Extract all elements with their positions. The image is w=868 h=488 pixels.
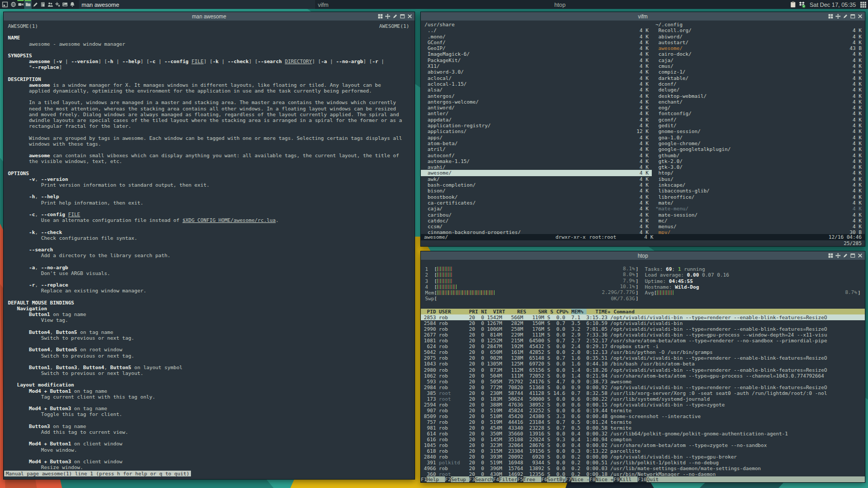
file-row[interactable]: ca-certificates/4 K xyxy=(421,200,652,206)
file-row[interactable]: abiword-3.0/4 K xyxy=(421,69,652,75)
file-row[interactable]: antiword/4 K xyxy=(421,105,652,110)
file-row[interactable]: antergos-welcome/4 K xyxy=(421,99,652,105)
file-row[interactable]: atom-beta/4 K xyxy=(421,140,652,146)
process-row[interactable]: 757 rob 20 0 519M 44416 23184 S 0.7 0.5 … xyxy=(421,419,865,425)
ontop-button[interactable] xyxy=(835,253,841,258)
file-row[interactable]: gtk-3.0/4 K xyxy=(652,164,865,170)
dropbox-icon[interactable] xyxy=(799,1,805,8)
sticky-button[interactable] xyxy=(843,14,848,19)
tag-globe[interactable] xyxy=(9,0,17,9)
ontop-button[interactable] xyxy=(835,14,841,19)
process-row[interactable]: 616 rob 20 0 145M 35108 22024 S 9.3 0.4 … xyxy=(421,436,865,442)
file-row[interactable]: htop/4 K xyxy=(652,170,865,176)
file-row[interactable]: gedit/4 K xyxy=(652,123,865,128)
sticky-button[interactable] xyxy=(843,253,848,258)
file-row[interactable]: aclocal/4 K xyxy=(421,75,652,81)
file-row[interactable]: autoconf/4 K xyxy=(421,152,652,158)
file-row[interactable]: gtk-2.0/4 K xyxy=(652,158,865,164)
file-row[interactable]: goa-1.0/4 K xyxy=(652,135,865,140)
fkey-f10[interactable]: F10Quit xyxy=(638,476,665,483)
file-row[interactable]: avahi/4 K xyxy=(421,164,652,170)
process-row[interactable]: 981 rob 20 0 454M 43340 23228 S 0.7 0.5 … xyxy=(421,425,865,431)
process-row[interactable]: 391 polkitd 20 0 519M 16948 9344 S 0.0 0… xyxy=(421,460,865,465)
process-row[interactable]: 618 rob 20 0 315M 23304 19156 S 0.0 0.3 … xyxy=(421,448,865,454)
file-row[interactable]: gconf/4 K xyxy=(652,117,865,123)
file-row[interactable]: libaccounts-glib/4 K xyxy=(652,188,865,194)
maximize-button[interactable] xyxy=(850,253,855,258)
file-row[interactable]: PackageKit/4 K xyxy=(421,57,652,63)
file-row[interactable]: awk/4 K xyxy=(421,176,652,182)
tag-users[interactable] xyxy=(46,0,54,9)
process-row[interactable]: 2984 rob 20 0 772M 70820 51368 S 0.0 0.9… xyxy=(421,384,865,390)
taskbar-item[interactable]: htop xyxy=(552,0,788,9)
process-row[interactable]: 2840 rob 20 0 393M 20092 6920 S 0.0 0.2 … xyxy=(421,454,865,460)
process-row[interactable]: 907 rob 20 0 519M 45824 23252 S 0.0 0.6 … xyxy=(421,408,865,413)
file-row[interactable]: atril/4 K xyxy=(421,146,652,152)
process-row[interactable]: 593 rob 20 0 505M 75792 24176 S 4.7 0.9 … xyxy=(421,379,865,384)
fkey-f8[interactable]: F8Nice + xyxy=(589,476,613,483)
file-row[interactable]: inkscape/4 K xyxy=(652,182,865,188)
fkey-f5[interactable]: F5Tree xyxy=(517,476,541,483)
file-row[interactable]: catdoc/4 K xyxy=(421,218,652,223)
file-row[interactable]: .mono/4 K xyxy=(421,34,652,39)
process-row[interactable]: 614 rob 20 0 350M 35660 13916 S 0.0 0.4 … xyxy=(421,431,865,436)
maximize-button[interactable] xyxy=(850,14,855,19)
file-row[interactable]: gnome-session/4 K xyxy=(652,128,865,134)
file-row[interactable]: google-googletalkplugin/4 K xyxy=(652,146,865,152)
fkey-f3[interactable]: F3Search xyxy=(469,476,493,483)
file-row[interactable]: libreoffice/4 K xyxy=(652,194,865,200)
file-row[interactable]: mate-session/4 K xyxy=(652,212,865,218)
tag-gears[interactable] xyxy=(54,0,61,9)
file-row[interactable]: alsa/4 K xyxy=(421,87,652,93)
process-row[interactable]: 2975 rob 20 0 902M 128M 65148 S 0.7 1.6 … xyxy=(421,355,865,361)
file-row[interactable]: bison/4 K xyxy=(421,188,652,194)
process-row[interactable]: 4966 rob 20 0 396M 15764 13892 S 0.0 0.2… xyxy=(421,465,865,471)
file-row[interactable]: awesome/4 K xyxy=(421,170,652,176)
close-button[interactable] xyxy=(857,14,863,19)
file-row[interactable]: cmus/4 K xyxy=(652,63,865,69)
file-row[interactable]: ibus/4 K xyxy=(652,176,865,182)
file-row[interactable]: menus/4 K xyxy=(652,223,865,229)
tag-image[interactable] xyxy=(61,0,68,9)
process-row[interactable]: 2990 rob 20 0 1006M 258M 176M S 0.0 3.2 … xyxy=(421,326,865,332)
fkey-f4[interactable]: F4Filter xyxy=(493,476,517,483)
column-header-mem[interactable]: MEM% xyxy=(571,309,587,314)
file-row[interactable]: desktop-webmail/4 K xyxy=(652,93,865,99)
fkey-f6[interactable]: F6SortBy xyxy=(541,476,566,483)
file-row[interactable]: darktable/4 K xyxy=(652,75,865,81)
file-row[interactable]: fontconfig/4 K xyxy=(652,110,865,116)
file-row[interactable]: compiz-1/4 K xyxy=(652,69,865,75)
process-row[interactable]: 385 root 20 0 230M 58744 41128 S 14.6 0.… xyxy=(421,390,865,396)
process-row[interactable]: 5042 rob 20 0 650M 161M 42852 S 0.0 2.0 … xyxy=(421,349,865,355)
file-row[interactable]: GConf/4 K xyxy=(421,39,652,45)
process-row[interactable]: 173 root 20 0 183M 50624 50000 S 0.0 0.6… xyxy=(421,396,865,402)
file-row[interactable]: cinnamon-background-properties/4 K xyxy=(421,229,652,234)
column-header-command[interactable]: Command xyxy=(613,309,634,314)
process-row[interactable]: 8509 rob 20 0 510M 45420 24380 S 3.3 0.6… xyxy=(421,413,865,419)
process-row[interactable]: 2980 rob 20 0 873M 112M 65156 S 0.0 1.4 … xyxy=(421,367,865,373)
tag-pencil[interactable] xyxy=(32,0,39,9)
vifm-titlebar[interactable]: vifm xyxy=(421,12,865,21)
file-row[interactable]: ImageMagick-6/4 K xyxy=(421,51,652,57)
file-row[interactable]: caja/4 K xyxy=(652,57,865,63)
column-header-shr[interactable]: SHR xyxy=(529,309,550,314)
maximize-button[interactable] xyxy=(400,14,405,19)
process-row[interactable]: 1081 rob 20 0 1252M 215M 64500 S 0.7 2.7… xyxy=(421,338,865,343)
file-row[interactable]: mc/4 K xyxy=(652,218,865,223)
fkey-f9[interactable]: F9Kill xyxy=(613,476,638,483)
fkey-f7[interactable]: F7Nice - xyxy=(566,476,590,483)
file-row[interactable]: appdata/4 K xyxy=(421,117,652,123)
file-row[interactable]: apps/4 K xyxy=(421,135,652,140)
file-row[interactable]: eog/4 K xyxy=(652,105,865,110)
file-row[interactable]: aclocal-1.15/4 K xyxy=(421,81,652,87)
fkey-f1[interactable]: F1Help xyxy=(421,476,445,483)
file-row[interactable]: deluge/4 K xyxy=(652,87,865,93)
ontop-button[interactable] xyxy=(385,14,390,19)
file-row[interactable]: ../4 K xyxy=(421,27,652,33)
file-row[interactable]: google-chrome/4 K xyxy=(652,140,865,146)
file-row[interactable]: enchant/4 K xyxy=(652,99,865,105)
file-row[interactable]: Recoll.org/4 K xyxy=(652,27,865,33)
tag-bell[interactable] xyxy=(68,0,76,9)
tag-video[interactable] xyxy=(17,0,24,9)
file-row[interactable]: caribou/4 K xyxy=(421,212,652,218)
